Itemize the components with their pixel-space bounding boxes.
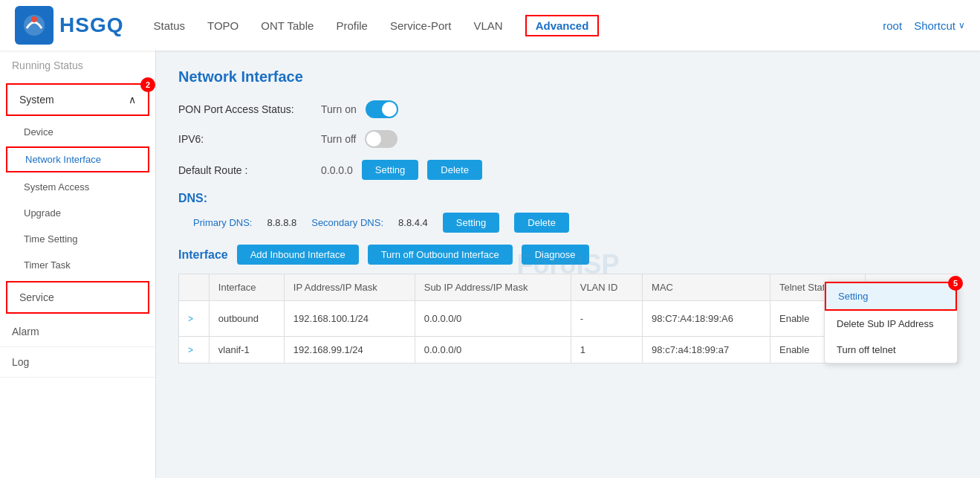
ip-mask-1: 192.168.100.1/24 [284,301,415,337]
default-route-delete-button[interactable]: Delete [427,160,482,180]
nav-advanced[interactable]: Advanced [525,15,600,36]
sidebar-item-log[interactable]: Log [0,347,155,378]
secondary-dns-value: 8.8.4.4 [398,217,428,228]
sub-ip-mask-1: 0.0.0.0/0 [415,301,571,337]
chevron-up-icon: ∧ [129,94,136,106]
default-route-row: Default Route : 0.0.0.0 Setting Delete [178,160,958,180]
interface-title: Interface [178,248,228,262]
default-route-setting-button[interactable]: Setting [362,160,418,180]
nav-ont-table[interactable]: ONT Table [261,15,314,36]
ipv6-knob [366,132,381,146]
default-route-value: 0.0.0.0 [321,164,353,176]
turn-off-outbound-button[interactable]: Turn off Outbound Interface [368,245,513,265]
mac-2: 98:c7:a4:18:99:a7 [643,337,770,364]
ipv6-toggle[interactable] [365,130,397,148]
primary-dns-value: 8.8.8.8 [267,217,296,228]
col-vlan-id: VLAN ID [571,274,642,301]
pon-port-label: PON Port Access Status: [178,103,312,115]
sidebar-item-upgrade[interactable]: Upgrade [0,200,155,226]
dns-label: DNS: [178,192,958,205]
layout: Running Status System ∧ 2 Device Network… [0,51,980,478]
expand-arrow-1[interactable]: > [179,301,210,337]
dropdown-item-turn-off-telnet[interactable]: Turn off telnet [825,337,957,363]
default-route-label: Default Route : [178,164,312,176]
nav-service-port[interactable]: Service-Port [390,15,452,36]
sidebar-item-service[interactable]: Service [6,281,149,314]
system-group-label: System [19,94,54,106]
nav-user[interactable]: root [883,19,902,32]
pon-port-knob [382,102,397,117]
col-sub-ip-mask: Sub IP Address/IP Mask [415,274,571,301]
col-expand [179,274,210,301]
shortcut-label: Shortcut [914,19,955,32]
nav-right: root Shortcut ∨ [883,19,965,32]
header: HSGQ Status TOPO ONT Table Profile Servi… [0,0,980,51]
primary-dns-label: Primary DNS: [193,217,252,228]
sidebar-item-device[interactable]: Device [0,119,155,145]
diagnose-button[interactable]: Diagnose [522,245,589,265]
interface-2: vlanif-1 [209,337,284,364]
vlan-id-2: 1 [571,337,642,364]
dns-row: Primary DNS: 8.8.8.8 Secondary DNS: 8.8.… [178,213,958,233]
logo-text: HSGQ [59,13,123,37]
main-content: ForoISP Network Interface PON Port Acces… [156,51,980,478]
sidebar-item-alarm[interactable]: Alarm [0,317,155,347]
col-interface: Interface [209,274,284,301]
interface-header: Interface Add Inbound Interface Turn off… [178,245,958,265]
dropdown-item-delete-sub-ip[interactable]: Delete Sub IP Address [825,311,957,337]
mac-1: 98:C7:A4:18:99:A6 [643,301,770,337]
expand-arrow-2[interactable]: > [179,337,210,364]
badge-2: 2 [140,77,155,92]
badge-5: 5 [948,276,963,291]
add-inbound-button[interactable]: Add Inbound Interface [237,245,359,265]
dropdown-menu: Setting 5 Delete Sub IP Address Turn off… [824,281,958,364]
vlan-id-1: - [571,301,642,337]
nav-shortcut[interactable]: Shortcut ∨ [914,19,965,32]
dns-delete-button[interactable]: Delete [514,213,569,233]
sub-ip-mask-2: 0.0.0.0/0 [415,337,571,364]
secondary-dns-label: Secondary DNS: [311,217,383,228]
ip-mask-2: 192.168.99.1/24 [284,337,415,364]
main-nav: Status TOPO ONT Table Profile Service-Po… [153,15,883,36]
nav-topo[interactable]: TOPO [207,15,238,36]
sidebar: Running Status System ∧ 2 Device Network… [0,51,156,478]
dns-setting-button[interactable]: Setting [443,213,499,233]
sidebar-item-timer-task[interactable]: Timer Task [0,252,155,278]
svg-point-1 [31,16,37,22]
ipv6-row: IPV6: Turn off [178,130,958,148]
logo-icon [15,6,53,45]
pon-port-value: Turn on [321,103,357,115]
running-status-label: Running Status [0,51,155,80]
dropdown-item-setting[interactable]: Setting 5 [825,282,957,311]
sidebar-item-time-setting[interactable]: Time Setting [0,226,155,252]
col-ip-mask: IP Address/IP Mask [284,274,415,301]
pon-port-toggle[interactable] [366,100,398,118]
sidebar-item-network-interface[interactable]: Network Interface [6,146,149,172]
nav-vlan[interactable]: VLAN [473,15,502,36]
interface-1: outbound [209,301,284,337]
pon-port-row: PON Port Access Status: Turn on [178,100,958,118]
page-title: Network Interface [178,68,958,85]
nav-profile[interactable]: Profile [336,15,368,36]
shortcut-chevron: ∨ [958,20,965,30]
nav-status[interactable]: Status [153,15,185,36]
col-mac: MAC [643,274,770,301]
logo-area: HSGQ [15,6,123,45]
ipv6-value: Turn off [321,133,356,145]
ipv6-label: IPV6: [178,133,312,145]
sidebar-item-system-access[interactable]: System Access [0,174,155,200]
system-group-header[interactable]: System ∧ 2 [6,83,149,116]
